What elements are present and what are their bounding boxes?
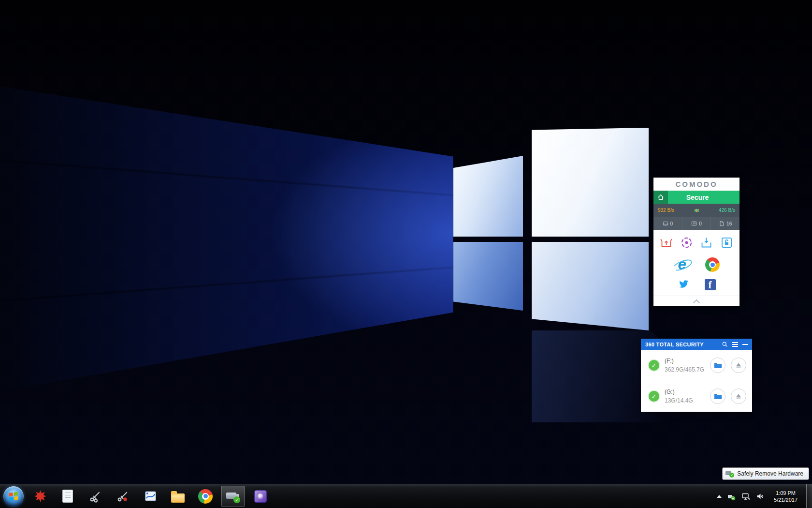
drive-info: (F:) 362.9G/465.7G [665,358,705,373]
secure-shopping-icon[interactable] [718,234,735,251]
sandbox-icon[interactable] [698,234,715,251]
traffic-arrows-icon [695,208,698,213]
twitter-icon[interactable] [678,278,689,291]
safely-remove-hardware-icon[interactable] [726,492,736,501]
wallpaper-window-pane [453,242,523,311]
drive-name: (F:) [665,358,705,364]
desktop: COMODO Secure 932 B/s 426 B/s 0 0 [0,0,812,508]
panel-title-bar: 360 TOTAL SECURITY [641,339,752,350]
unblock-applications-icon[interactable] [658,234,675,251]
chrome-icon[interactable] [194,486,217,507]
safely-remove-tooltip: ✓ Safely Remove Hardware [722,467,809,480]
system-tray: 1:09 PM 5/21/2017 [717,484,812,508]
internet-explorer-icon[interactable]: e [673,256,691,273]
show-desktop-button[interactable] [806,484,812,508]
drive-info: (G:) 13G/14.4G [665,388,705,404]
tooltip-text: Safely Remove Hardware [737,470,803,477]
tasks-counter-value: 0 [699,221,702,226]
clock-date: 5/21/2017 [774,496,798,503]
facebook-icon[interactable]: f [705,279,716,290]
taskbar-icons: ✓ [29,486,272,507]
taskbar-clock[interactable]: 1:09 PM 5/21/2017 [770,490,801,503]
blocked-counter-value: 0 [670,221,673,226]
movie-maker-icon[interactable] [139,486,162,507]
blocked-counter[interactable]: 0 [653,217,682,230]
file-explorer-icon[interactable] [166,486,189,507]
comodo-status-bar: Secure [653,191,740,204]
comodo-browser-shortcuts: e [653,255,740,277]
menu-icon[interactable] [732,344,738,345]
red-app-icon[interactable] [29,486,52,507]
comodo-social-shortcuts: f [653,277,740,296]
drive-usage: 13G/14.4G [665,397,705,404]
minimize-icon[interactable] [742,344,748,345]
healthy-check-icon: ✓ [649,391,659,402]
total-security-panel: 360 TOTAL SECURITY ✓ (F:) 362.9G/465.7G … [641,339,752,412]
home-icon[interactable] [653,191,668,204]
secure-status-label: Secure [668,191,740,204]
chevron-up-icon [693,299,700,306]
comodo-action-row [653,230,740,255]
drive-row-f: ✓ (F:) 362.9G/465.7G [641,350,752,381]
comodo-network-speeds: 932 B/s 426 B/s [653,204,740,217]
windows-flag-icon [9,492,18,501]
wallpaper-window-pane [532,242,649,330]
drive-name: (G:) [665,388,705,395]
upload-speed: 426 B/s [719,208,735,213]
panel-title: 360 TOTAL SECURITY [645,342,717,347]
comodo-counters: 0 0 16 [653,217,740,230]
files-counter-value: 16 [726,221,732,226]
clock-time: 1:09 PM [776,490,796,496]
taskbar: ✓ 1:09 PM 5/21/2017 [0,484,812,508]
healthy-check-icon: ✓ [649,360,659,371]
media-app-icon[interactable] [249,486,272,507]
search-icon[interactable] [722,341,728,347]
eject-drive-button[interactable] [731,358,746,373]
open-drive-button[interactable] [710,388,725,404]
screen-capture-icon[interactable] [111,486,134,507]
download-speed: 932 B/s [658,208,674,213]
comodo-widget: COMODO Secure 932 B/s 426 B/s 0 0 [653,178,740,306]
tray-expand-icon[interactable] [717,495,722,498]
wallpaper-window-pane [453,156,523,237]
tasks-counter[interactable]: 0 [682,217,711,230]
drive-row-g: ✓ (G:) 13G/14.4G [641,381,752,412]
snipping-tool-icon[interactable] [84,486,107,507]
chrome-icon[interactable] [705,257,720,272]
usb-tool-icon[interactable]: ✓ [221,486,245,507]
wallpaper-window-pane [532,128,649,237]
notepad-icon[interactable] [56,486,79,507]
open-drive-button[interactable] [710,358,725,373]
files-counter[interactable]: 16 [710,217,740,230]
scan-icon[interactable] [678,234,695,251]
volume-icon[interactable] [755,492,765,501]
drive-usage: 362.9G/465.7G [665,366,705,373]
widget-collapse-button[interactable] [653,296,740,306]
start-button[interactable] [3,486,24,507]
comodo-logo: COMODO [653,178,740,191]
network-icon[interactable] [741,492,751,501]
eject-drive-button[interactable] [731,388,746,404]
safely-remove-usb-icon: ✓ [725,470,734,478]
